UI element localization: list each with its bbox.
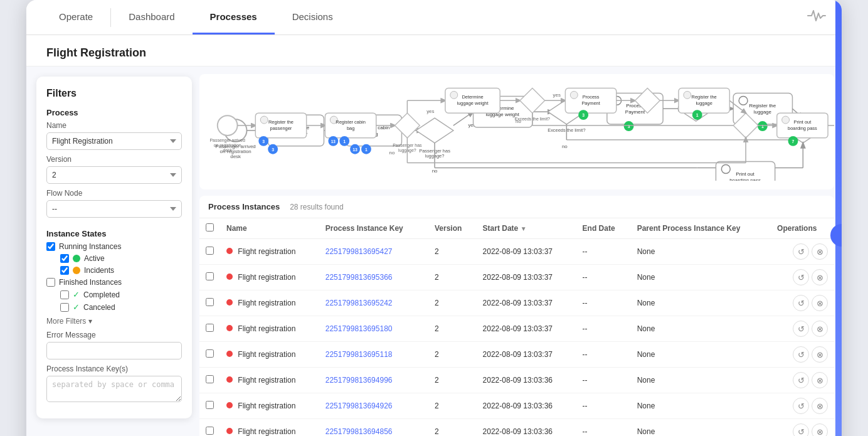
more-filters-link[interactable]: More Filters <box>46 317 182 326</box>
cancel-button[interactable]: ⊗ <box>812 269 828 285</box>
row-checkbox[interactable] <box>206 401 214 409</box>
row-name: Flight registration <box>220 368 319 393</box>
svg-text:yes: yes <box>426 109 434 114</box>
instances-table: Name Process Instance Key Version Start … <box>199 218 834 436</box>
col-key: Process Instance Key <box>319 218 428 239</box>
row-checkbox[interactable] <box>206 272 214 280</box>
table-row: Flight registration 2251799813695242 2 2… <box>199 290 834 316</box>
retry-button[interactable]: ↺ <box>793 372 809 388</box>
row-parent-key: None <box>631 368 771 393</box>
cancel-button[interactable]: ⊗ <box>812 295 828 311</box>
svg-point-95 <box>450 91 458 98</box>
row-key-link[interactable]: 2251799813695366 <box>326 273 393 282</box>
row-key-link[interactable]: 2251799813695427 <box>326 247 393 256</box>
row-key-link[interactable]: 2251799813694926 <box>326 401 393 410</box>
canceled-checkbox[interactable] <box>60 303 69 312</box>
svg-text:Register the: Register the <box>268 119 294 125</box>
svg-text:Register cabin: Register cabin <box>336 119 366 125</box>
svg-text:Process: Process <box>583 94 600 100</box>
row-key: 2251799813695366 <box>319 265 428 290</box>
retry-button[interactable]: ↺ <box>793 346 809 363</box>
row-key-link[interactable]: 2251799813694996 <box>326 376 393 385</box>
version-select[interactable]: 2 <box>46 166 182 184</box>
table-row: Flight registration 2251799813695366 2 2… <box>199 265 834 290</box>
svg-text:Register the: Register the <box>692 94 717 100</box>
flow-node-select[interactable]: -- <box>46 200 182 218</box>
error-message-input[interactable] <box>46 342 182 359</box>
svg-point-104 <box>570 91 578 98</box>
row-checkbox[interactable] <box>206 324 214 332</box>
row-checkbox-cell <box>199 342 220 368</box>
incidents-checkbox[interactable] <box>60 266 69 275</box>
cancel-button[interactable]: ⊗ <box>812 372 828 388</box>
row-checkbox[interactable] <box>206 427 214 435</box>
row-version: 2 <box>428 342 477 368</box>
retry-button[interactable]: ↺ <box>793 269 809 285</box>
row-checkbox[interactable] <box>206 375 214 383</box>
row-name: Flight registration <box>220 290 319 316</box>
completed-checkbox[interactable] <box>60 290 69 299</box>
row-key: 2251799813695118 <box>319 342 428 368</box>
retry-button[interactable]: ↺ <box>793 243 809 260</box>
retry-button[interactable]: ↺ <box>793 321 809 337</box>
row-key-link[interactable]: 2251799813695180 <box>326 324 393 333</box>
nav-item-processes[interactable]: Processes <box>193 0 275 35</box>
svg-point-73 <box>260 116 268 124</box>
row-checkbox-cell <box>199 290 220 316</box>
col-name: Name <box>220 218 319 239</box>
row-checkbox[interactable] <box>206 349 214 358</box>
finished-instances-checkbox[interactable] <box>46 278 55 287</box>
name-select[interactable]: Flight Registration <box>46 132 182 150</box>
svg-text:Determine: Determine <box>462 94 483 100</box>
cancel-button[interactable]: ⊗ <box>812 398 828 414</box>
col-start-date[interactable]: Start Date ▼ <box>477 218 576 239</box>
row-checkbox[interactable] <box>206 247 214 255</box>
row-operations: ↺ ⊗ <box>771 290 834 316</box>
retry-button[interactable]: ↺ <box>793 398 809 414</box>
row-checkbox[interactable] <box>206 298 214 306</box>
row-parent-key: None <box>631 419 771 437</box>
table-row: Flight registration 2251799813695427 2 2… <box>199 239 834 265</box>
row-name: Flight registration <box>220 316 319 342</box>
svg-text:boarding pass: boarding pass <box>788 125 817 131</box>
svg-line-122 <box>729 100 746 113</box>
row-key: 2251799813694856 <box>319 419 428 437</box>
row-end-date: -- <box>576 393 631 419</box>
svg-marker-88 <box>395 113 420 138</box>
row-version: 2 <box>428 290 477 316</box>
row-name: Flight registration <box>220 393 319 419</box>
row-end-date: -- <box>576 265 631 290</box>
svg-text:Print out: Print out <box>794 119 812 125</box>
nav-item-dashboard[interactable]: Dashboard <box>111 0 192 35</box>
cancel-button[interactable]: ⊗ <box>812 346 828 363</box>
nav-item-operate[interactable]: Operate <box>41 0 110 35</box>
select-all-checkbox[interactable] <box>206 223 214 231</box>
filters-title: Filters <box>46 88 182 99</box>
row-parent-key: None <box>631 393 771 419</box>
right-panel: Passenger arrived on registration desk R… <box>192 66 842 436</box>
cancel-button[interactable]: ⊗ <box>812 243 828 260</box>
svg-text:yes: yes <box>553 92 561 98</box>
active-checkbox[interactable] <box>60 254 69 263</box>
retry-button[interactable]: ↺ <box>793 423 809 436</box>
cancel-button[interactable]: ⊗ <box>812 321 828 337</box>
svg-text:bag: bag <box>347 125 354 131</box>
nav-item-decisions[interactable]: Decisions <box>275 0 351 35</box>
cancel-button[interactable]: ⊗ <box>812 423 828 436</box>
completed-row: ✓ Completed <box>46 290 182 299</box>
row-key-link[interactable]: 2251799813694856 <box>326 427 393 436</box>
row-key-link[interactable]: 2251799813695242 <box>326 299 393 307</box>
row-checkbox-cell <box>199 368 220 393</box>
row-key-link[interactable]: 2251799813695118 <box>326 350 393 359</box>
svg-marker-121 <box>733 113 758 138</box>
table-header-bar: Process Instances 28 results found <box>199 196 834 218</box>
row-operations: ↺ ⊗ <box>771 316 834 342</box>
process-instance-keys-input[interactable] <box>46 376 182 402</box>
retry-button[interactable]: ↺ <box>793 295 809 311</box>
row-key: 2251799813694926 <box>319 393 428 419</box>
svg-point-129 <box>782 116 790 124</box>
instance-states-section: Instance States Running Instances Active… <box>46 229 182 312</box>
row-start-date: 2022-08-09 13:03:37 <box>477 290 576 316</box>
row-parent-key: None <box>631 239 771 265</box>
running-instances-checkbox[interactable] <box>46 242 55 251</box>
